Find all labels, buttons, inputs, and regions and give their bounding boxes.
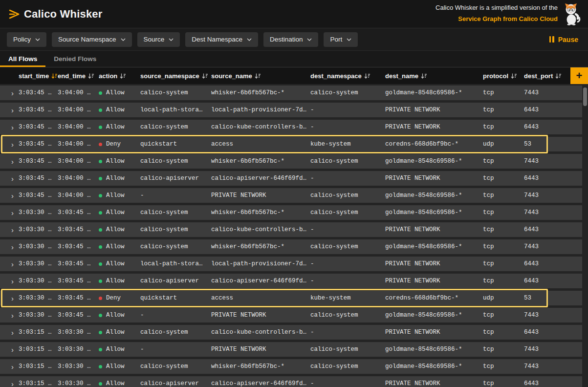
vertical-scrollbar-thumb[interactable]: [583, 87, 587, 106]
flow-row[interactable]: ›3:03:45 …3:04:00 …Allowcalico-systemwhi…: [0, 86, 582, 100]
cell-action: Allow: [99, 243, 140, 250]
cell-dest_name: PRIVATE NETWORK: [385, 124, 483, 130]
cell-dest_name: PRIVATE NETWORK: [385, 329, 483, 336]
filter-dropdown-policy[interactable]: Policy: [7, 32, 46, 47]
column-header-dest_port[interactable]: dest_port: [524, 72, 567, 80]
cell-dest_name: PRIVATE NETWORK: [385, 107, 483, 113]
sort-icon: [255, 73, 261, 79]
app-title: Calico Whisker: [24, 8, 103, 21]
chevron-down-icon: [307, 38, 312, 41]
action-label: Allow: [106, 329, 125, 336]
cell-dest_namespace: calico-system: [310, 243, 385, 250]
cell-start_time: 3:03:30 …: [19, 226, 58, 233]
column-header-dest_namespace[interactable]: dest_namespace: [310, 72, 385, 80]
tagline-text: Calico Whisker is a simplified version o…: [436, 3, 558, 13]
tab-denied-flows[interactable]: Denied Flows: [45, 51, 105, 67]
cell-source_namespace: calico-apiserver: [140, 278, 211, 284]
flow-row[interactable]: ›3:03:30 …3:03:45 …Allowcalico-systemcal…: [0, 222, 582, 237]
cell-start_time: 3:03:45 …: [19, 192, 58, 199]
cell-protocol: tcp: [483, 226, 524, 233]
expand-row-chevron[interactable]: ›: [0, 157, 19, 166]
column-header-end_time[interactable]: end_time: [58, 72, 99, 80]
cell-dest_port: 7443: [524, 158, 567, 165]
cell-action: Allow: [99, 363, 140, 370]
flow-row[interactable]: ›3:03:30 …3:03:45 …Allow-PRIVATE NETWORK…: [0, 308, 582, 322]
flow-row[interactable]: ›3:03:45 …3:04:00 …Allowcalico-apiserver…: [0, 171, 582, 186]
allow-status-dot: [99, 280, 102, 283]
expand-row-chevron[interactable]: ›: [0, 89, 19, 97]
cell-start_time: 3:03:45 …: [19, 158, 58, 165]
action-label: Allow: [106, 380, 125, 387]
cell-dest_port: 6443: [524, 175, 567, 182]
column-header-action[interactable]: action: [99, 72, 140, 80]
action-label: Allow: [106, 192, 125, 199]
cell-dest_namespace: calico-system: [310, 346, 385, 353]
flow-row-denied-highlighted[interactable]: ›3:03:30 …3:03:45 …Denyquickstartaccessk…: [0, 291, 582, 305]
cell-dest_name: goldmane-8548c69586-*: [385, 363, 483, 370]
expand-row-chevron[interactable]: ›: [0, 123, 19, 131]
allow-status-dot: [99, 314, 102, 317]
filter-dropdown-port[interactable]: Port: [324, 32, 358, 47]
filter-dropdown-destination[interactable]: Destination: [263, 32, 319, 47]
add-column-button[interactable]: +: [570, 67, 588, 84]
cell-action: Deny: [99, 141, 140, 148]
flow-row-denied-highlighted[interactable]: ›3:03:45 …3:04:00 …Denyquickstartaccessk…: [0, 137, 582, 151]
filter-label: Policy: [13, 36, 31, 43]
flow-row[interactable]: ›3:03:30 …3:03:45 …Allowcalico-apiserver…: [0, 274, 582, 288]
expand-row-chevron[interactable]: ›: [0, 277, 19, 285]
expand-row-chevron[interactable]: ›: [0, 209, 19, 217]
column-header-start_time[interactable]: start_time: [19, 72, 58, 80]
tab-all-flows[interactable]: All Flows: [0, 51, 45, 67]
column-header-protocol[interactable]: protocol: [483, 72, 524, 80]
pause-button[interactable]: Pause: [549, 36, 581, 43]
expand-row-chevron[interactable]: ›: [0, 192, 19, 200]
flow-row[interactable]: ›3:03:15 …3:03:30 …Allowcalico-systemcal…: [0, 325, 582, 340]
action-label: Deny: [106, 295, 121, 301]
chevron-down-icon: [121, 38, 126, 41]
flow-row[interactable]: ›3:03:45 …3:04:00 …Allowcalico-systemwhi…: [0, 154, 582, 169]
cell-end_time: 3:03:30 …: [58, 363, 99, 370]
expand-row-chevron[interactable]: ›: [0, 226, 19, 234]
expand-row-chevron[interactable]: ›: [0, 345, 19, 354]
flow-row[interactable]: ›3:03:15 …3:03:30 …Allow-PRIVATE NETWORK…: [0, 342, 582, 357]
filter-bar: PolicySource NamespaceSourceDest Namespa…: [0, 28, 588, 51]
column-header-dest_name[interactable]: dest_name: [385, 72, 483, 80]
expand-row-chevron[interactable]: ›: [0, 294, 19, 302]
filter-dropdown-dest-namespace[interactable]: Dest Namespace: [185, 32, 258, 47]
flow-row[interactable]: ›3:03:45 …3:04:00 …Allowcalico-systemcal…: [0, 120, 582, 134]
expand-row-chevron[interactable]: ›: [0, 311, 19, 320]
cell-end_time: 3:03:45 …: [58, 312, 99, 319]
expand-row-chevron[interactable]: ›: [0, 363, 19, 371]
expand-row-chevron[interactable]: ›: [0, 174, 19, 183]
cell-action: Allow: [99, 278, 140, 284]
cell-protocol: tcp: [483, 209, 524, 216]
expand-row-chevron[interactable]: ›: [0, 260, 19, 268]
app-header: Calico Whisker Calico Whisker is a simpl…: [0, 0, 588, 28]
cell-protocol: tcp: [483, 124, 524, 130]
column-header-source_namespace[interactable]: source_namespace: [140, 72, 211, 80]
cell-protocol: udp: [483, 141, 524, 148]
expand-row-chevron[interactable]: ›: [0, 328, 19, 337]
column-header-label: source_name: [211, 72, 252, 80]
flow-row[interactable]: ›3:03:30 …3:03:45 …Allowcalico-systemwhi…: [0, 239, 582, 254]
service-graph-link[interactable]: Service Graph from Calico Cloud: [458, 15, 558, 22]
cell-action: Deny: [99, 295, 140, 301]
expand-row-chevron[interactable]: ›: [0, 380, 19, 387]
expand-row-chevron[interactable]: ›: [0, 140, 19, 149]
flow-row[interactable]: ›3:03:30 …3:03:45 …Allowcalico-systemwhi…: [0, 205, 582, 220]
cell-end_time: 3:03:30 …: [58, 346, 99, 353]
cell-action: Allow: [99, 158, 140, 165]
filter-dropdown-source-namespace[interactable]: Source Namespace: [52, 32, 132, 47]
flow-row[interactable]: ›3:03:45 …3:04:00 …Allowlocal-path-stora…: [0, 103, 582, 117]
expand-row-chevron[interactable]: ›: [0, 243, 19, 251]
column-header-source_name[interactable]: source_name: [211, 72, 310, 80]
cell-dest_namespace: -: [310, 107, 385, 113]
flow-row[interactable]: ›3:03:30 …3:03:45 …Allowlocal-path-stora…: [0, 257, 582, 271]
flow-row[interactable]: ›3:03:45 …3:04:00 …Allow-PRIVATE NETWORK…: [0, 188, 582, 203]
chevron-down-icon: [35, 38, 40, 41]
filter-dropdown-source[interactable]: Source: [137, 32, 180, 47]
expand-row-chevron[interactable]: ›: [0, 106, 19, 114]
flow-row[interactable]: ›3:03:15 …3:03:30 …Allowcalico-apiserver…: [0, 376, 582, 387]
cell-action: Allow: [99, 124, 140, 130]
flow-row[interactable]: ›3:03:15 …3:03:30 …Allowcalico-systemwhi…: [0, 359, 582, 374]
